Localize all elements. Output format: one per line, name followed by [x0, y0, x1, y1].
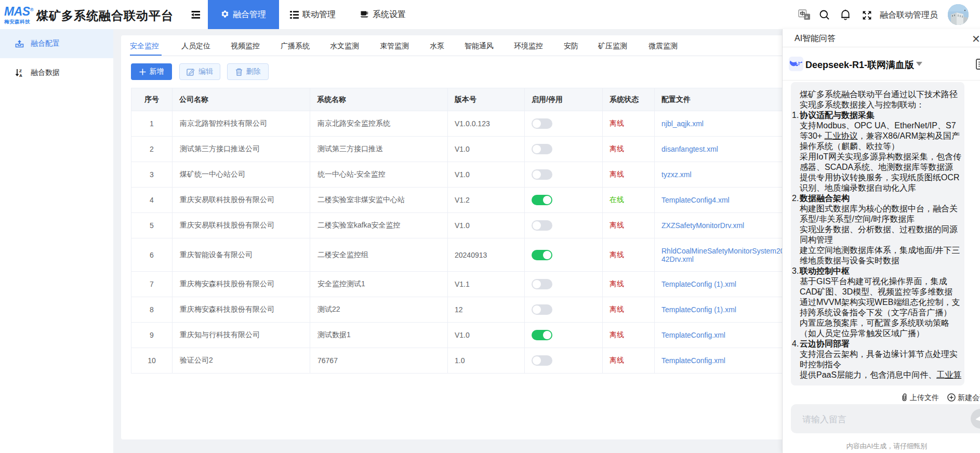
svg-text:A: A: [19, 73, 22, 77]
svg-text:Z: Z: [19, 69, 22, 73]
